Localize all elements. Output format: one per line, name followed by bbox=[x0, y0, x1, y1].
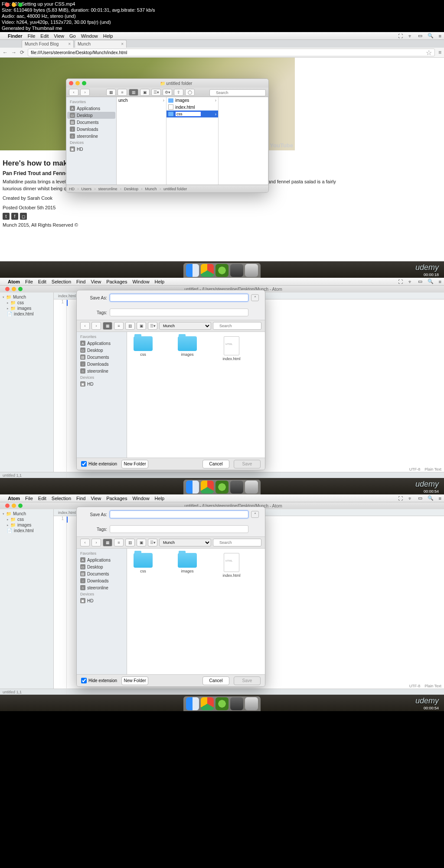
column-item-index[interactable]: index.html bbox=[166, 104, 218, 111]
view-column-button[interactable]: ▥ bbox=[125, 322, 135, 330]
menu-find[interactable]: Find bbox=[76, 496, 85, 501]
menubar-app-name[interactable]: Atom bbox=[8, 279, 20, 284]
menu-file[interactable]: File bbox=[25, 496, 33, 501]
spotlight-icon[interactable]: 🔍 bbox=[428, 495, 434, 501]
menu-packages[interactable]: Packages bbox=[106, 496, 127, 501]
view-list-button[interactable]: ≡ bbox=[118, 89, 127, 96]
view-column-button[interactable]: ▥ bbox=[129, 89, 138, 96]
sidebar-item-home[interactable]: ⌂steeronline bbox=[67, 133, 115, 140]
tab-close-icon[interactable]: × bbox=[121, 42, 124, 46]
wifi-icon[interactable]: ᯤ bbox=[408, 496, 413, 501]
hide-extension-checkbox[interactable]: Hide extension bbox=[81, 678, 117, 683]
menu-help[interactable]: Help bbox=[103, 33, 113, 39]
share-button[interactable]: ⇪ bbox=[174, 89, 183, 96]
tree-item-css[interactable]: ▸📁 css bbox=[1, 517, 52, 522]
hide-extension-input[interactable] bbox=[81, 461, 87, 467]
save-file-area[interactable]: css images index.html bbox=[127, 332, 265, 458]
menu-selection[interactable]: Selection bbox=[52, 496, 71, 501]
notification-icon[interactable]: ≡ bbox=[439, 33, 441, 39]
menu-file[interactable]: File bbox=[25, 279, 33, 284]
search-input[interactable] bbox=[209, 89, 266, 96]
tree-item-index[interactable]: 📄 index.html bbox=[1, 528, 52, 533]
wifi-icon[interactable]: ᯤ bbox=[408, 33, 413, 39]
dock-item-chrome[interactable] bbox=[201, 481, 214, 494]
path-segment[interactable]: Desktop bbox=[124, 187, 143, 191]
facebook-icon[interactable]: f bbox=[11, 213, 18, 220]
sidebar-item-downloads[interactable]: ↓Downloads bbox=[78, 577, 126, 584]
folder-item-images[interactable]: images bbox=[174, 553, 201, 573]
sidebar-item-documents[interactable]: ▤Documents bbox=[78, 354, 126, 361]
cancel-button[interactable]: Cancel bbox=[202, 460, 229, 468]
dock-item-finder[interactable] bbox=[186, 697, 199, 710]
finder-search[interactable] bbox=[209, 88, 266, 96]
sidebar-item-hd[interactable]: ▣HD bbox=[78, 597, 126, 604]
tree-item-images[interactable]: ▸📁 images bbox=[1, 306, 52, 311]
folder-item-css[interactable]: css bbox=[130, 553, 157, 573]
dock-item-chrome[interactable] bbox=[201, 697, 214, 710]
menu-window[interactable]: Window bbox=[132, 279, 149, 284]
nav-forward-button[interactable]: › bbox=[91, 539, 101, 546]
browser-tab[interactable]: Munch × bbox=[75, 40, 127, 48]
nav-forward-icon[interactable]: → bbox=[11, 49, 16, 55]
path-segment[interactable]: untitled folder bbox=[163, 187, 189, 191]
menu-help[interactable]: Help bbox=[155, 496, 165, 501]
nav-forward-button[interactable]: › bbox=[91, 322, 101, 330]
cancel-button[interactable]: Cancel bbox=[202, 676, 229, 685]
window-minimize-icon[interactable] bbox=[12, 287, 16, 291]
instagram-icon[interactable]: ◻ bbox=[20, 213, 27, 220]
dock-item-atom[interactable] bbox=[215, 481, 229, 494]
nav-forward-button[interactable]: › bbox=[80, 89, 90, 96]
folder-item-images[interactable]: images bbox=[174, 336, 201, 357]
view-icon-button[interactable]: ▦ bbox=[103, 539, 112, 546]
window-zoom-icon[interactable] bbox=[18, 504, 23, 508]
file-item-index[interactable]: index.html bbox=[218, 553, 245, 578]
battery-icon[interactable]: ▭ bbox=[418, 33, 422, 39]
menu-go[interactable]: Go bbox=[69, 33, 76, 39]
dock-item-atom[interactable] bbox=[215, 264, 229, 277]
view-cover-button[interactable]: ▣ bbox=[140, 89, 150, 96]
window-zoom-icon[interactable] bbox=[18, 3, 23, 7]
battery-icon[interactable]: ▭ bbox=[418, 279, 422, 284]
view-column-button[interactable]: ▥ bbox=[125, 539, 135, 546]
dock-item-camera[interactable] bbox=[230, 697, 243, 710]
hamburger-menu-icon[interactable]: ≡ bbox=[438, 49, 441, 55]
window-minimize-icon[interactable] bbox=[12, 3, 16, 7]
grammar-label[interactable]: Plain Text bbox=[424, 684, 441, 688]
sidebar-item-downloads[interactable]: ↓Downloads bbox=[78, 361, 126, 367]
arrange-button[interactable]: ☰▾ bbox=[148, 539, 157, 546]
location-select[interactable]: Munch bbox=[159, 322, 211, 330]
sidebar-item-applications[interactable]: AApplications bbox=[67, 105, 115, 112]
wifi-icon[interactable]: ᯤ bbox=[408, 279, 413, 284]
arrange-button[interactable]: ☰▾ bbox=[151, 89, 161, 96]
window-minimize-icon[interactable] bbox=[75, 81, 80, 85]
grammar-label[interactable]: Plain Text bbox=[424, 467, 441, 471]
sidebar-item-home[interactable]: ⌂steeronline bbox=[78, 367, 126, 374]
sidebar-item-hd[interactable]: ▣HD bbox=[78, 380, 126, 387]
view-icon-button[interactable]: ▦ bbox=[103, 322, 112, 330]
nav-back-button[interactable]: ‹ bbox=[69, 89, 78, 96]
save-button[interactable]: Save bbox=[234, 676, 261, 685]
sidebar-item-applications[interactable]: AApplications bbox=[78, 556, 126, 563]
save-button[interactable]: Save bbox=[234, 460, 261, 468]
menu-find[interactable]: Find bbox=[76, 279, 85, 284]
bookmark-star-icon[interactable]: ☆ bbox=[426, 49, 432, 57]
search-input[interactable] bbox=[213, 539, 261, 546]
browser-tab[interactable]: Munch Food Blog × bbox=[22, 40, 74, 48]
notification-icon[interactable]: ≡ bbox=[439, 496, 441, 501]
search-input[interactable] bbox=[213, 322, 261, 330]
menu-view[interactable]: View bbox=[91, 496, 101, 501]
sidebar-item-documents[interactable]: ▤Documents bbox=[78, 570, 126, 577]
nav-reload-icon[interactable]: ⟳ bbox=[20, 49, 24, 55]
path-segment[interactable]: Users bbox=[82, 187, 96, 191]
tags-button[interactable]: ◯ bbox=[185, 89, 195, 96]
view-cover-button[interactable]: ▣ bbox=[137, 322, 146, 330]
save-file-area[interactable]: css images index.html bbox=[127, 549, 265, 674]
view-list-button[interactable]: ≡ bbox=[114, 322, 124, 330]
tags-input[interactable] bbox=[110, 525, 248, 533]
menu-window[interactable]: Window bbox=[132, 496, 149, 501]
sidebar-item-desktop[interactable]: ▭Desktop bbox=[67, 112, 115, 119]
menu-selection[interactable]: Selection bbox=[52, 279, 71, 284]
menubar-app-name[interactable]: Finder bbox=[8, 33, 23, 39]
hide-extension-input[interactable] bbox=[81, 678, 87, 683]
rename-input[interactable] bbox=[175, 111, 201, 117]
